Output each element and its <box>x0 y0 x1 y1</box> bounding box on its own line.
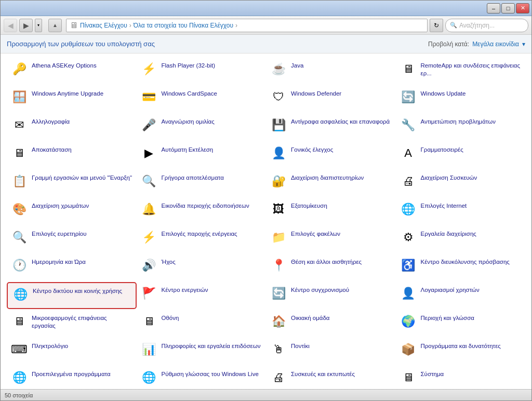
view-value-link[interactable]: Μεγάλα εικονίδια <box>472 41 519 48</box>
nav-dropdown-button[interactable]: ▾ <box>35 19 42 32</box>
cp-item-flash[interactable]: ⚡Flash Player (32-bit) <box>137 58 267 85</box>
cp-item-proepileghena[interactable]: 🌐Προεπιλεγμένα προγράμματα <box>7 366 137 389</box>
cp-item-kentro-energeion[interactable]: 🚩Κέντρο ενεργειών <box>137 282 267 309</box>
cp-label-anagnorisi: Αναγνώριση ομιλίας <box>162 117 215 126</box>
cp-icon-cardspace: 💳 <box>141 89 157 105</box>
cp-item-epiloges-efretiriou[interactable]: 🔍Επιλογές ευρετηρίου <box>7 226 137 253</box>
cp-item-allilografia[interactable]: ✉Αλληλογραφία <box>7 114 137 141</box>
cp-item-mikroefarmogis[interactable]: 🖥Μικροεφαρμογές επιφάνειας εργασίας <box>7 310 137 337</box>
cp-item-antigrafo[interactable]: 💾Αντίγραφα ασφαλείας και επαναφορά <box>266 114 396 141</box>
cp-label-epiloges-internet: Επιλογές Internet <box>421 201 467 210</box>
cp-item-pliroforis-epid[interactable]: 📊Πληροφορίες και εργαλεία επιδόσεων <box>137 338 267 365</box>
breadcrumb-item-1[interactable]: Πίνακας Ελέγχου <box>80 22 127 29</box>
cp-item-windows-update[interactable]: 🔄Windows Update <box>396 86 526 113</box>
cp-item-diaxirisi-syskeyon[interactable]: 🖨Διαχείριση Συσκευών <box>396 170 526 197</box>
cp-item-grigora[interactable]: 🔍Γρήγορα αποτελέσματα <box>137 170 267 197</box>
cp-item-imerominea[interactable]: 🕐Ημερομηνία και Ώρα <box>7 254 137 281</box>
cp-item-gonikos[interactable]: 👤Γονικός έλεγχος <box>266 142 396 169</box>
cp-item-remoteapp[interactable]: 🖥RemoteApp και συνδέσεις επιφάνειας ερ..… <box>396 58 526 85</box>
up-button[interactable]: ▲ <box>48 19 62 32</box>
cp-item-defender[interactable]: 🛡Windows Defender <box>266 86 396 113</box>
cp-item-grammi[interactable]: 📋Γραμμή εργασιών και μενού "Έναρξη" <box>7 170 137 197</box>
window-controls: – □ ✕ <box>487 3 529 14</box>
cp-item-java[interactable]: ☕Java <box>266 58 396 85</box>
cp-item-ergaleia-diaxeirisis[interactable]: ⚙Εργαλεία διαχείρισης <box>396 226 526 253</box>
cp-item-othoni[interactable]: 🖥Οθόνη <box>137 310 267 337</box>
view-label: Προβολή κατά: <box>428 41 469 48</box>
cp-item-anagnorisi[interactable]: 🎤Αναγνώριση ομιλίας <box>137 114 267 141</box>
cp-icon-imerominea: 🕐 <box>11 257 28 274</box>
cp-label-epiloges-fakelion: Επιλογές φακέλων <box>291 229 340 238</box>
cp-label-automati: Αυτόματη Εκτέλεση <box>162 145 214 154</box>
cp-item-logariasmoi[interactable]: 👤Λογαριασμοί χρηστών <box>396 282 526 309</box>
cp-icon-systima: 🖥 <box>400 369 417 386</box>
cp-label-ponti: Ποντίκι <box>291 341 310 350</box>
cp-item-thesi-aisthitires[interactable]: 📍Θέση και άλλοι αισθητήρες <box>266 254 396 281</box>
cp-icon-automati: ▶ <box>141 145 157 162</box>
cp-item-programmata-dynatotites[interactable]: 📦Προγράμματα και δυνατότητες <box>396 338 526 365</box>
refresh-button[interactable]: ↻ <box>430 19 443 32</box>
cp-item-rythmisi-glossas[interactable]: 🌐Ρύθμιση γλώσσας του Windows Live <box>137 366 267 389</box>
cp-item-automati[interactable]: ▶Αυτόματη Εκτέλεση <box>137 142 267 169</box>
page-title: Προσαρμογή των ρυθμίσεων του υπολογιστή … <box>7 40 155 48</box>
view-dropdown-icon[interactable]: ▾ <box>522 41 525 48</box>
cp-item-eikonidio-periochis[interactable]: 🔔Εικονίδια περιοχής ειδοποιήσεων <box>137 198 267 225</box>
window: – □ ✕ ◀ ▶ ▾ ▲ 🖥 Πίνακας Ελέγχου › Όλα τα… <box>0 0 532 401</box>
cp-item-oikiaki-omada[interactable]: 🏠Οικιακή ομάδα <box>266 310 396 337</box>
cp-item-epiloges-paroxis[interactable]: ⚡Επιλογές παροχής ενέργειας <box>137 226 267 253</box>
back-button[interactable]: ◀ <box>4 19 17 32</box>
cp-item-diaxirisi-pistopoiitirion[interactable]: 🔐Διαχείριση διαπιστευτηρίων <box>266 170 396 197</box>
cp-item-kentro-diekolynsis[interactable]: ♿Κέντρο διευκόλυνσης πρόσβασης <box>396 254 526 281</box>
cp-item-pliktrologio[interactable]: ⌨Πληκτρολόγιο <box>7 338 137 365</box>
cp-item-kentro-diktyou[interactable]: 🌐Κέντρο δικτύου και κοινής χρήσης <box>7 282 137 309</box>
cp-item-cardspace[interactable]: 💳Windows CardSpace <box>137 86 267 113</box>
cp-item-exatomikefsi[interactable]: 🖼Εξατομίκευση <box>266 198 396 225</box>
cp-icon-syskeyes-ektypotes: 🖨 <box>270 369 287 386</box>
cp-label-athena: Athena ASEKey Options <box>32 61 97 70</box>
cp-item-kentro-sygxronismou[interactable]: 🔄Κέντρο συγχρονισμού <box>266 282 396 309</box>
cp-item-antimetopisi[interactable]: 🔧Αντιμετώπιση προβλημάτων <box>396 114 526 141</box>
cp-item-athena[interactable]: 🔑Athena ASEKey Options <box>7 58 137 85</box>
cp-item-syskeyes-ektypotes[interactable]: 🖨Συσκευές και εκτυπωτές <box>266 366 396 389</box>
cp-icon-logariasmoi: 👤 <box>400 285 417 302</box>
cp-icon-mikroefarmogis: 🖥 <box>11 313 28 330</box>
cp-item-apokatastasi[interactable]: 🖥Αποκατάσταση <box>7 142 137 169</box>
cp-label-epiloges-paroxis: Επιλογές παροχής ενέργειας <box>162 229 237 238</box>
cp-icon-othoni: 🖥 <box>141 313 157 330</box>
cp-label-thesi-aisthitires: Θέση και άλλοι αισθητήρες <box>291 257 362 266</box>
cp-item-epiloges-internet[interactable]: 🌐Επιλογές Internet <box>396 198 526 225</box>
cp-label-kentro-diekolynsis: Κέντρο διευκόλυνσης πρόσβασης <box>421 257 510 266</box>
cp-item-ponti[interactable]: 🖱Ποντίκι <box>266 338 396 365</box>
breadcrumb-item-2[interactable]: Όλα τα στοιχεία του Πίνακα Ελέγχου <box>134 22 233 29</box>
cp-label-kentro-energeion: Κέντρο ενεργειών <box>162 285 208 294</box>
cp-icon-athena: 🔑 <box>11 61 28 77</box>
minimize-button[interactable]: – <box>487 3 500 14</box>
cp-item-grammatoseires[interactable]: AΓραμματοσειρές <box>396 142 526 169</box>
cp-label-oikiaki-omada: Οικιακή ομάδα <box>291 313 330 322</box>
cp-icon-ergaleia-diaxeirisis: ⚙ <box>400 229 417 246</box>
cp-label-imerominea: Ημερομηνία και Ώρα <box>32 257 86 266</box>
cp-item-periochi-glossa[interactable]: 🌍Περιοχή και γλώσσα <box>396 310 526 337</box>
cp-item-systima[interactable]: 🖥Σύστημα <box>396 366 526 389</box>
cp-label-eikonidio-periochis: Εικονίδια περιοχής ειδοποιήσεων <box>162 201 249 210</box>
cp-item-diaxirisi-xromaton[interactable]: 🎨Διαχείριση χρωμάτων <box>7 198 137 225</box>
cp-label-remoteapp: RemoteApp και συνδέσεις επιφάνειας ερ... <box>421 61 522 77</box>
cp-label-windows-update: Windows Update <box>421 89 466 98</box>
maximize-button[interactable]: □ <box>501 3 515 14</box>
cp-item-ixos[interactable]: 🔊Ήχος <box>137 254 267 281</box>
forward-button[interactable]: ▶ <box>19 19 33 32</box>
breadcrumb-separator: › <box>129 22 131 29</box>
cp-icon-windows-update: 🔄 <box>400 89 417 105</box>
cp-item-windows-anytime[interactable]: 🪟Windows Anytime Upgrade <box>7 86 137 113</box>
cp-icon-antigrafo: 💾 <box>270 117 287 133</box>
cp-icon-eikonidio-periochis: 🔔 <box>141 201 157 218</box>
content-header: Προσαρμογή των ρυθμίσεων του υπολογιστή … <box>1 35 531 54</box>
search-box[interactable]: 🔍 Αναζήτηση... <box>445 19 528 32</box>
close-button[interactable]: ✕ <box>516 3 529 14</box>
cp-icon-ponti: 🖱 <box>270 341 287 358</box>
cp-item-epiloges-fakelion[interactable]: 📁Επιλογές φακέλων <box>266 226 396 253</box>
cp-label-defender: Windows Defender <box>291 89 341 98</box>
search-icon: 🔍 <box>450 22 457 29</box>
cp-label-exatomikefsi: Εξατομίκευση <box>291 201 327 210</box>
title-bar: – □ ✕ <box>1 1 531 16</box>
